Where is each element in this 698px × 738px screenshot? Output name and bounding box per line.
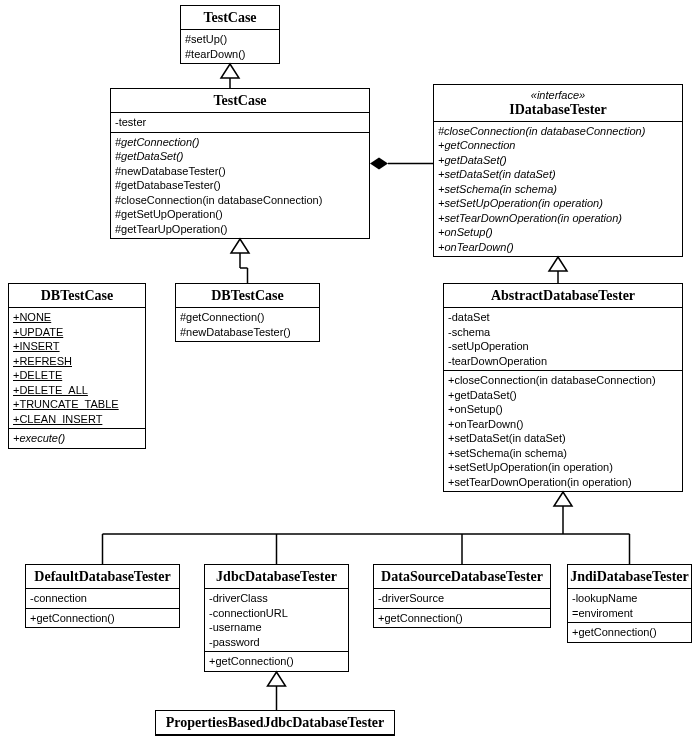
svg-marker-15 [268,672,286,686]
svg-marker-8 [554,492,572,506]
uml-connectors [0,0,698,738]
svg-marker-2 [231,239,249,253]
svg-marker-0 [221,64,239,78]
svg-marker-6 [549,257,567,271]
svg-marker-17 [370,158,388,170]
